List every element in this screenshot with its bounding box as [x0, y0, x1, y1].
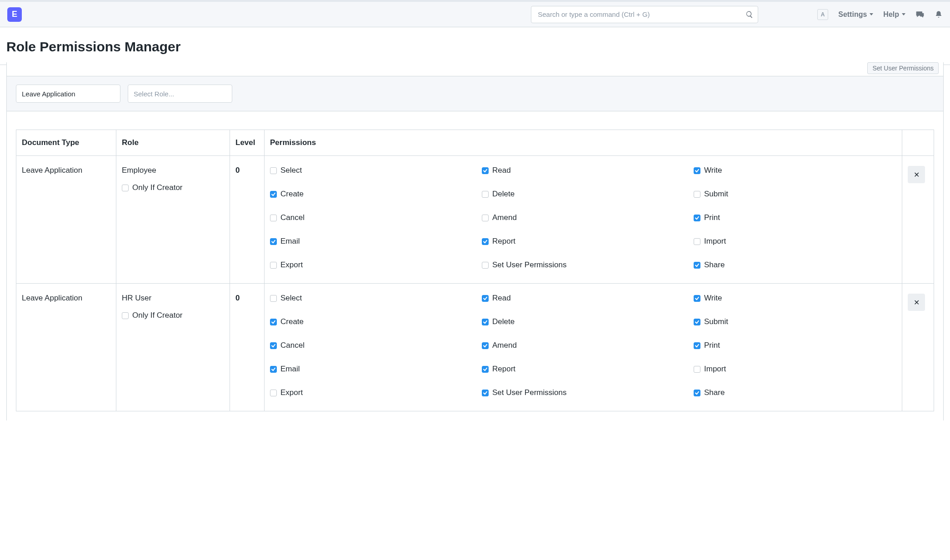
checkbox-box	[694, 262, 700, 269]
caret-down-icon	[902, 13, 905, 15]
table-area: Document Type Role Level Permissions Lea…	[7, 111, 943, 420]
perm-label: Read	[492, 294, 511, 303]
perm-checkbox[interactable]: Share	[694, 388, 896, 397]
cell-doctype: Leave Application	[16, 284, 116, 411]
perm-checkbox[interactable]: Read	[482, 166, 685, 175]
navbar: E A Settings Help	[0, 0, 950, 27]
perm-label: Create	[280, 190, 304, 199]
nav-right: A Settings Help	[817, 9, 943, 20]
perm-checkbox[interactable]: Write	[694, 166, 896, 175]
checkbox-box	[270, 295, 277, 302]
settings-dropdown[interactable]: Settings	[838, 10, 873, 19]
perm-checkbox[interactable]: Select	[270, 166, 473, 175]
perm-checkbox[interactable]: Cancel	[270, 213, 473, 222]
perm-checkbox[interactable]: Amend	[482, 213, 685, 222]
settings-label: Settings	[838, 10, 867, 19]
checkbox-box	[482, 191, 489, 198]
perm-checkbox[interactable]: Set User Permissions	[482, 388, 685, 397]
role-filter[interactable]: Select Role...	[128, 85, 232, 103]
perm-checkbox[interactable]: Select	[270, 294, 473, 303]
cell-role: EmployeeOnly If Creator	[116, 156, 230, 284]
perm-label: Set User Permissions	[492, 260, 566, 270]
perm-label: Write	[704, 166, 722, 175]
perm-label: Amend	[492, 213, 517, 222]
perm-checkbox[interactable]: Export	[270, 260, 473, 270]
perm-label: Email	[280, 365, 300, 374]
checkbox-box	[270, 390, 277, 396]
perm-checkbox[interactable]: Set User Permissions	[482, 260, 685, 270]
perm-label: Cancel	[280, 213, 305, 222]
perm-label: Amend	[492, 341, 517, 350]
set-user-permissions-button[interactable]: Set User Permissions	[867, 62, 939, 74]
perm-checkbox[interactable]: Email	[270, 237, 473, 246]
only-if-creator-label: Only If Creator	[132, 183, 183, 192]
cell-permissions: SelectReadWriteCreateDeleteSubmitCancelA…	[265, 284, 902, 411]
perm-checkbox[interactable]: Report	[482, 237, 685, 246]
perm-label: Submit	[704, 190, 728, 199]
checkbox-box	[122, 312, 129, 319]
checkbox-box	[482, 167, 489, 174]
checkbox-box	[270, 262, 277, 269]
only-if-creator-checkbox[interactable]: Only If Creator	[122, 311, 183, 320]
table-row: Leave ApplicationHR UserOnly If Creator0…	[16, 284, 934, 411]
bell-icon[interactable]	[935, 10, 943, 19]
doctype-filter-value: Leave Application	[22, 90, 75, 98]
perm-checkbox[interactable]: Print	[694, 213, 896, 222]
brand-logo[interactable]: E	[7, 7, 22, 22]
perm-checkbox[interactable]: Delete	[482, 317, 685, 326]
search-input[interactable]	[531, 6, 758, 23]
perm-checkbox[interactable]: Write	[694, 294, 896, 303]
role-name: HR User	[122, 294, 224, 303]
checkbox-box	[694, 366, 700, 373]
perm-checkbox[interactable]: Create	[270, 317, 473, 326]
checkbox-box	[482, 366, 489, 373]
col-doctype-header: Document Type	[16, 130, 116, 156]
perm-checkbox[interactable]: Export	[270, 388, 473, 397]
col-permissions-header: Permissions	[265, 130, 902, 156]
perm-label: Print	[704, 213, 720, 222]
perm-label: Share	[704, 388, 725, 397]
checkbox-box	[122, 185, 129, 191]
perm-checkbox[interactable]: Submit	[694, 190, 896, 199]
perm-checkbox[interactable]: Report	[482, 365, 685, 374]
checkbox-box	[270, 342, 277, 349]
checkbox-box	[694, 191, 700, 198]
perm-checkbox[interactable]: Delete	[482, 190, 685, 199]
cell-doctype: Leave Application	[16, 156, 116, 284]
role-filter-placeholder: Select Role...	[134, 90, 174, 98]
perm-checkbox[interactable]: Email	[270, 365, 473, 374]
perm-label: Export	[280, 388, 303, 397]
perm-label: Delete	[492, 190, 515, 199]
delete-row-button[interactable]: ✕	[908, 294, 925, 311]
toolbar-row: Set User Permissions	[7, 62, 943, 76]
perm-checkbox[interactable]: Read	[482, 294, 685, 303]
checkbox-box	[694, 319, 700, 325]
comment-icon[interactable]	[915, 10, 925, 19]
help-dropdown[interactable]: Help	[883, 10, 905, 19]
cell-actions: ✕	[902, 284, 934, 411]
checkbox-box	[270, 238, 277, 245]
checkbox-box	[482, 295, 489, 302]
perm-label: Import	[704, 237, 726, 246]
perm-checkbox[interactable]: Cancel	[270, 341, 473, 350]
perm-label: Delete	[492, 317, 515, 326]
perm-checkbox[interactable]: Share	[694, 260, 896, 270]
perm-checkbox[interactable]: Amend	[482, 341, 685, 350]
perm-label: Report	[492, 365, 515, 374]
perm-checkbox[interactable]: Create	[270, 190, 473, 199]
table-row: Leave ApplicationEmployeeOnly If Creator…	[16, 156, 934, 284]
doctype-filter[interactable]: Leave Application	[16, 85, 120, 103]
col-role-header: Role	[116, 130, 230, 156]
perm-checkbox[interactable]: Import	[694, 237, 896, 246]
perm-checkbox[interactable]: Print	[694, 341, 896, 350]
only-if-creator-checkbox[interactable]: Only If Creator	[122, 183, 183, 192]
content-frame: Set User Permissions Leave Application S…	[6, 62, 944, 420]
delete-row-button[interactable]: ✕	[908, 166, 925, 183]
avatar[interactable]: A	[817, 9, 828, 20]
perm-checkbox[interactable]: Submit	[694, 317, 896, 326]
perm-label: Report	[492, 237, 515, 246]
cell-level: 0	[230, 284, 265, 411]
filters-bar: Leave Application Select Role...	[7, 76, 943, 111]
perm-checkbox[interactable]: Import	[694, 365, 896, 374]
checkbox-box	[694, 295, 700, 302]
